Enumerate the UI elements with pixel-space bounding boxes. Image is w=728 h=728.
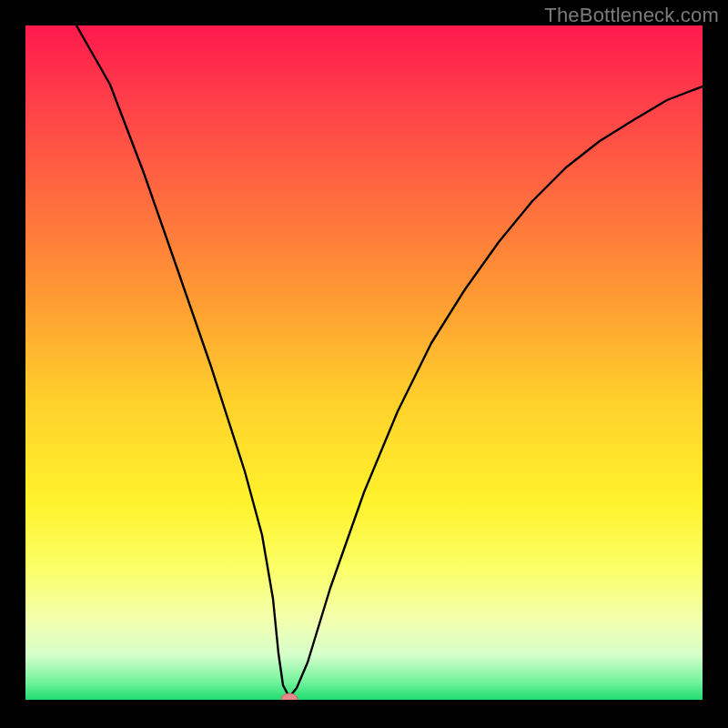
bottleneck-curve <box>25 25 703 703</box>
curve-path <box>76 25 703 697</box>
chart-frame: TheBottleneck.com <box>0 0 728 728</box>
x-axis-line <box>25 700 703 703</box>
plot-area <box>25 25 703 703</box>
watermark-text: TheBottleneck.com <box>544 4 719 27</box>
